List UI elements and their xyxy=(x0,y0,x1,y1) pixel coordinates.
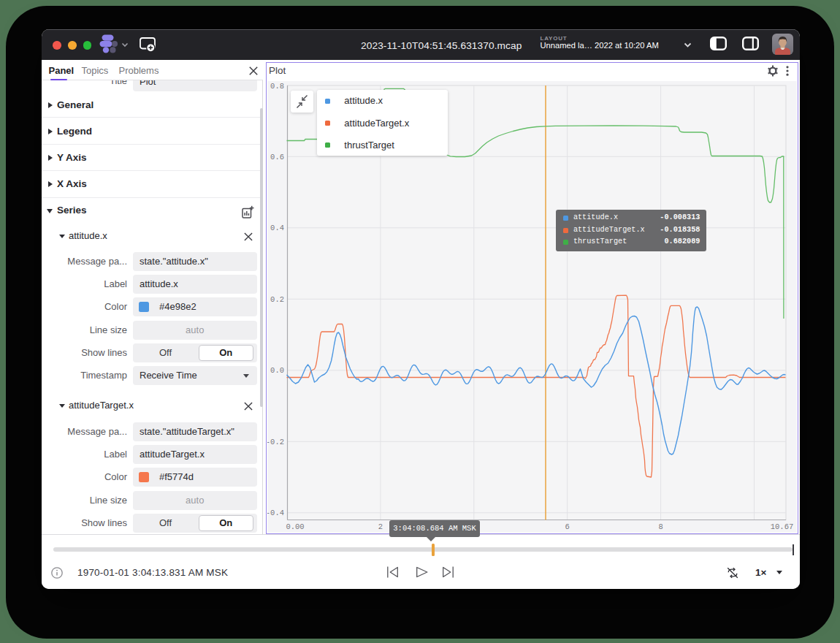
svg-text:0.4: 0.4 xyxy=(270,224,284,232)
svg-text:6: 6 xyxy=(565,522,569,531)
svg-text:-0.4: -0.4 xyxy=(267,509,284,517)
svg-text:2: 2 xyxy=(378,522,382,531)
svg-text:-0.2: -0.2 xyxy=(267,438,284,446)
svg-text:0.2: 0.2 xyxy=(270,295,284,304)
svg-text:0.8: 0.8 xyxy=(270,82,284,91)
svg-text:10.67: 10.67 xyxy=(770,522,793,531)
svg-text:0.6: 0.6 xyxy=(270,153,284,161)
svg-text:0.00: 0.00 xyxy=(286,522,304,531)
svg-text:8: 8 xyxy=(658,522,663,531)
svg-text:0.0: 0.0 xyxy=(270,366,284,375)
